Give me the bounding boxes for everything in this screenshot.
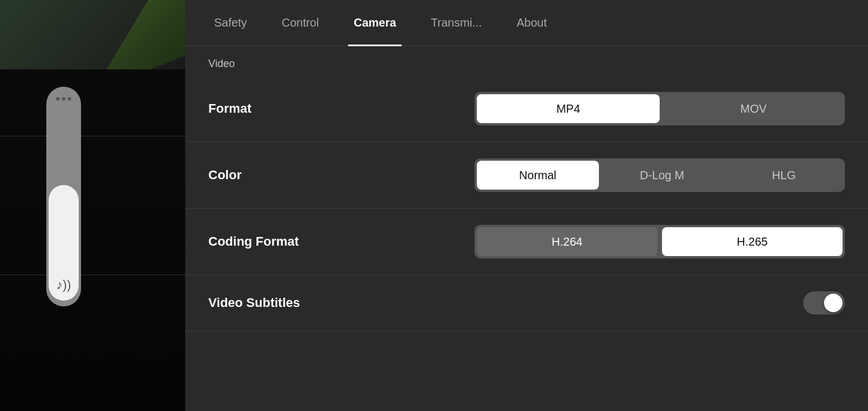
divider-line-1 (0, 136, 185, 136)
color-hlg-btn[interactable]: HLG (723, 158, 845, 192)
coding-format-control: H.264 H.265 (463, 225, 845, 258)
format-label: Format (208, 101, 463, 116)
color-control: Normal D-Log M HLG (463, 158, 845, 192)
color-row: Color Normal D-Log M HLG (185, 142, 868, 209)
coding-format-label: Coding Format (208, 234, 463, 249)
video-subtitles-label: Video Subtitles (208, 295, 463, 310)
tab-transmission[interactable]: Transmi... (414, 0, 499, 46)
tab-bar: Safety Control Camera Transmi... About (185, 0, 868, 46)
video-subtitles-control (463, 291, 845, 314)
coding-format-segmented[interactable]: H.264 H.265 (475, 225, 845, 258)
left-panel: ♪)) (0, 0, 185, 411)
color-normal-btn[interactable]: Normal (477, 161, 599, 190)
color-dlogm-btn[interactable]: D-Log M (601, 158, 723, 192)
exposure-slider[interactable]: ♪)) (46, 87, 81, 306)
color-label: Color (208, 168, 463, 183)
format-segmented[interactable]: MP4 MOV (475, 92, 845, 125)
settings-area: Video Format MP4 MOV Color (185, 46, 868, 411)
video-subtitles-toggle[interactable] (803, 291, 845, 314)
format-mp4-btn[interactable]: MP4 (477, 94, 660, 123)
tab-control[interactable]: Control (264, 0, 336, 46)
dark-area (0, 69, 185, 411)
toggle-knob (824, 294, 843, 312)
format-row: Format MP4 MOV (185, 76, 868, 142)
music-icon: ♪)) (56, 277, 71, 292)
tab-camera[interactable]: Camera (336, 0, 413, 46)
main-content: Safety Control Camera Transmi... About V… (185, 0, 868, 411)
tab-about[interactable]: About (499, 0, 564, 46)
coding-h265-btn[interactable]: H.265 (662, 227, 843, 256)
coding-h264-btn[interactable]: H.264 (477, 227, 657, 256)
tab-safety[interactable]: Safety (197, 0, 264, 46)
camera-preview: ♪)) (0, 0, 185, 411)
dot-1 (56, 97, 60, 101)
dot-2 (62, 97, 65, 101)
coding-format-row: Coding Format H.264 H.265 (185, 209, 868, 275)
divider-line-2 (0, 275, 185, 275)
format-mov-btn[interactable]: MOV (662, 92, 845, 125)
video-section-header: Video (185, 46, 868, 76)
slider-thumb[interactable]: ♪)) (49, 185, 79, 301)
video-subtitles-row: Video Subtitles (185, 275, 868, 331)
slider-dots (56, 97, 71, 101)
dot-3 (68, 97, 71, 101)
color-segmented[interactable]: Normal D-Log M HLG (475, 158, 845, 192)
format-control: MP4 MOV (463, 92, 845, 125)
